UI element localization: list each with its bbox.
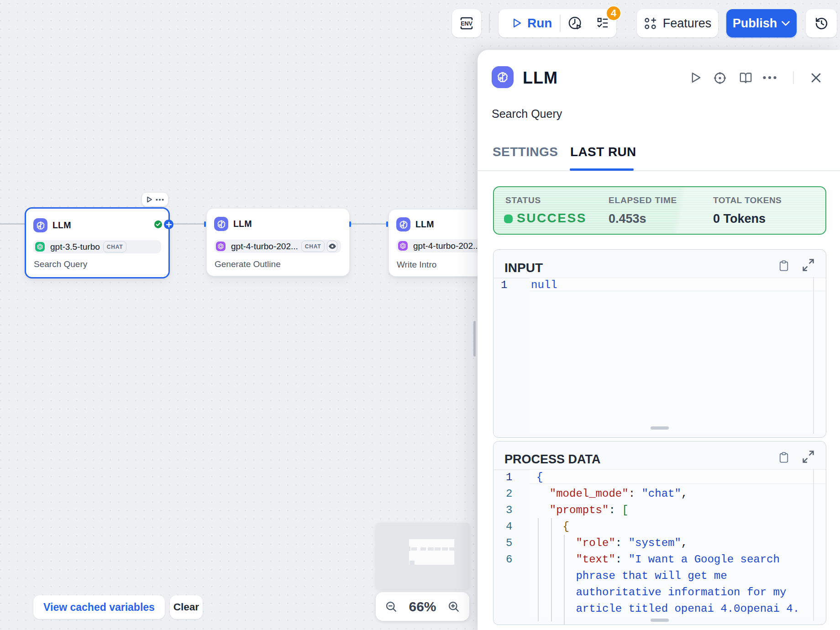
svg-text:ENV: ENV xyxy=(461,21,472,27)
